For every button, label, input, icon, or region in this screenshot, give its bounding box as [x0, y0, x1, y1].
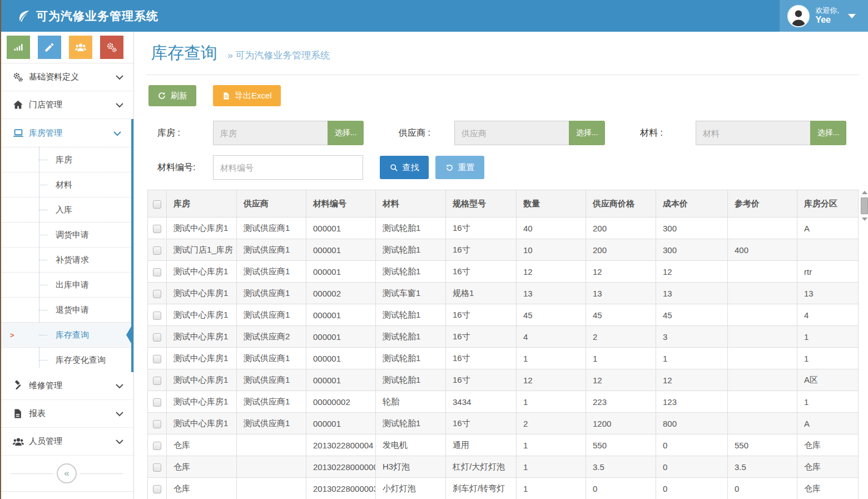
- table-cell: 测试轮胎1: [376, 218, 446, 239]
- scroll-up-icon[interactable]: [862, 191, 867, 194]
- collapse-sidebar-button[interactable]: «: [57, 463, 77, 483]
- table-row: 测试中心库房1测试供应商1000001测试轮胎116寸40200300A: [148, 218, 859, 239]
- table-cell: 000002: [306, 283, 376, 304]
- material-select-button[interactable]: 选择...: [810, 121, 846, 145]
- row-checkbox[interactable]: [153, 268, 161, 276]
- sidebar-subitem-inventory-query[interactable]: > 库存查询: [0, 322, 131, 347]
- table-cell: 0: [656, 434, 728, 456]
- row-checkbox[interactable]: [153, 333, 161, 342]
- table-cell: 测试轮胎1: [376, 413, 446, 434]
- users-quick-button[interactable]: [69, 36, 92, 59]
- row-checkbox[interactable]: [153, 290, 161, 298]
- window-edge: [0, 0, 1, 499]
- table-cell: 仓库: [797, 434, 859, 456]
- export-excel-button[interactable]: 导出Excel: [213, 85, 281, 106]
- supplier-input[interactable]: [454, 121, 569, 145]
- sidebar-item-reports[interactable]: 报表: [0, 400, 133, 428]
- sidebar-subitem-outbound-request[interactable]: 出库申请: [0, 272, 131, 297]
- sidebar-subitem-replenish-request[interactable]: 补货请求: [0, 247, 131, 272]
- brand: 可为汽修业务管理系统: [0, 8, 158, 24]
- row-checkbox[interactable]: [153, 312, 161, 320]
- gavel-icon: [12, 380, 29, 392]
- material-no-input[interactable]: [213, 155, 363, 180]
- material-label: 材料 :: [630, 127, 696, 139]
- sidebar-subitem-inventory-change-query[interactable]: 库存变化查询: [0, 347, 131, 372]
- column-header[interactable]: 供应商价格: [586, 190, 656, 218]
- search-button[interactable]: 查找: [380, 156, 429, 179]
- table-cell: 测试供应商1: [237, 348, 306, 369]
- table-cell: 小灯灯泡: [376, 478, 446, 499]
- table-cell: 仓库: [167, 478, 237, 499]
- column-header[interactable]: 库房分区: [797, 190, 859, 218]
- row-checkbox[interactable]: [153, 398, 161, 407]
- scroll-down-icon[interactable]: [862, 218, 867, 221]
- settings-quick-button[interactable]: [100, 36, 123, 59]
- caret-down-icon: [848, 14, 856, 18]
- sidebar-subitem-material[interactable]: 材料: [0, 172, 131, 197]
- inventory-table-wrap: 库房供应商材料编号材料规格型号数量供应商价格成本价参考价库房分区 测试中心库房1…: [147, 190, 859, 499]
- sidebar-item-label: 基础资料定义: [29, 72, 79, 82]
- sidebar-item-personnel-management[interactable]: 人员管理: [0, 428, 133, 456]
- user-menu[interactable]: 欢迎你, Yee: [780, 0, 868, 32]
- row-checkbox[interactable]: [153, 463, 161, 472]
- refresh-button[interactable]: 刷新: [148, 85, 196, 106]
- row-checkbox-cell: [148, 239, 167, 261]
- divider: [10, 473, 53, 474]
- gears-icon: [106, 41, 118, 53]
- column-header[interactable]: 参考价: [728, 190, 797, 218]
- sidebar-item-store-management[interactable]: 门店管理: [0, 91, 133, 119]
- table-cell: 测试轮胎1: [376, 239, 446, 261]
- column-header[interactable]: 库房: [167, 190, 237, 218]
- supplier-select-button[interactable]: 选择...: [569, 121, 605, 145]
- sidebar-subitem-inbound[interactable]: 入库: [0, 197, 131, 222]
- row-checkbox[interactable]: [153, 355, 161, 363]
- table-cell: 16寸: [446, 239, 517, 261]
- table-cell: 测试轮胎1: [376, 348, 446, 369]
- table-cell: [728, 369, 797, 391]
- laptop-icon: [12, 127, 29, 139]
- sidebar-subitem-return-request[interactable]: 退货申请: [0, 297, 131, 322]
- table-cell: 轮胎: [376, 391, 446, 413]
- refresh-label: 刷新: [171, 91, 187, 101]
- sidebar-item-base-data[interactable]: 基础资料定义: [0, 63, 133, 91]
- table-cell: 20130228000003: [306, 478, 376, 499]
- warehouse-select-button[interactable]: 选择...: [328, 121, 364, 145]
- chevron-down-icon: [116, 409, 123, 418]
- sidebar-item-repair-management[interactable]: 维修管理: [0, 372, 133, 400]
- column-header[interactable]: 规格型号: [446, 190, 517, 218]
- row-checkbox[interactable]: [153, 246, 161, 255]
- warehouse-input[interactable]: [213, 121, 328, 145]
- row-checkbox[interactable]: [153, 225, 161, 233]
- table-cell: 12: [586, 261, 656, 283]
- column-header[interactable]: 供应商: [237, 190, 306, 218]
- select-all-checkbox[interactable]: [153, 200, 161, 209]
- supplier-label: 供应商 :: [389, 127, 454, 139]
- column-header[interactable]: 材料编号: [306, 190, 376, 218]
- row-checkbox[interactable]: [153, 377, 161, 385]
- divider: [80, 473, 123, 474]
- table-cell: 测试供应商1: [237, 283, 306, 304]
- table-cell: [237, 456, 306, 478]
- edit-quick-button[interactable]: [38, 36, 61, 59]
- submenu-label: 库存变化查询: [56, 355, 106, 365]
- person-icon: [789, 7, 808, 26]
- table-cell: 测试中心库房1: [167, 369, 237, 391]
- row-checkbox[interactable]: [153, 442, 161, 450]
- column-header[interactable]: 成本价: [656, 190, 728, 218]
- sidebar-subitem-warehouse[interactable]: 库房: [0, 147, 131, 172]
- reset-button[interactable]: 重置: [435, 156, 484, 179]
- row-checkbox[interactable]: [153, 420, 161, 428]
- material-input[interactable]: [696, 121, 810, 145]
- scrollbar-thumb[interactable]: [861, 197, 868, 214]
- table-scrollbar[interactable]: [860, 191, 868, 221]
- table-cell: 测试中心库房1: [167, 283, 237, 304]
- column-header[interactable]: 材料: [376, 190, 446, 218]
- filter-row-2: 材料编号: 查找 重置: [147, 155, 859, 180]
- sidebar-item-warehouse-management[interactable]: 库房管理: [0, 119, 131, 147]
- table-cell: 测试中心库房1: [167, 348, 237, 369]
- chart-quick-button[interactable]: [7, 36, 30, 59]
- row-checkbox[interactable]: [153, 485, 161, 493]
- sidebar-subitem-transfer-request[interactable]: 调货申请: [0, 222, 131, 247]
- column-header[interactable]: 数量: [517, 190, 586, 218]
- file-excel-icon: [222, 92, 230, 100]
